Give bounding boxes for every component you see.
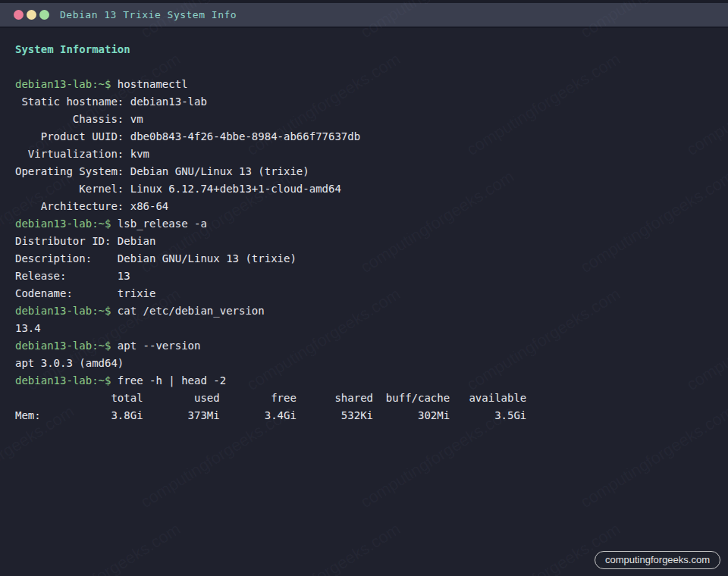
shell-prompt: debian13-lab:~$ (15, 340, 111, 352)
shell-command: cat /etc/debian_version (111, 305, 264, 317)
output-line: Product UUID: dbe0b843-4f26-4bbe-8984-ab… (15, 128, 713, 146)
command-line: debian13-lab:~$ free -h | head -2 (15, 372, 713, 390)
terminal-output: System Information debian13-lab:~$ hostn… (15, 41, 713, 424)
shell-command: apt --version (111, 340, 200, 352)
output-line: apt 3.0.3 (amd64) (15, 355, 713, 372)
blank-line (15, 58, 713, 76)
shell-command: free -h | head -2 (111, 374, 226, 387)
command-line: debian13-lab:~$ apt --version (15, 337, 713, 355)
shell-prompt: debian13-lab:~$ (15, 218, 111, 230)
command-line: debian13-lab:~$ hostnamectl (15, 76, 713, 93)
maximize-button[interactable] (39, 10, 49, 20)
command-line: debian13-lab:~$ lsb_release -a (15, 215, 713, 233)
shell-prompt: debian13-lab:~$ (15, 78, 111, 90)
terminal-window: Debian 13 Trixie System Info System Info… (0, 0, 728, 576)
shell-command: lsb_release -a (111, 218, 206, 230)
output-line: Distributor ID: Debian (15, 233, 713, 250)
output-line: Description: Debian GNU/Linux 13 (trixie… (15, 250, 713, 268)
window-controls (14, 10, 52, 20)
output-line: Virtualization: kvm (15, 146, 713, 163)
shell-prompt: debian13-lab:~$ (15, 305, 111, 317)
titlebar[interactable]: Debian 13 Trixie System Info (0, 0, 728, 28)
command-line: debian13-lab:~$ cat /etc/debian_version (15, 302, 713, 320)
close-button[interactable] (14, 10, 24, 20)
output-line: Chassis: vm (15, 111, 713, 128)
terminal-body[interactable]: System Information debian13-lab:~$ hostn… (0, 28, 728, 576)
output-line: Static hostname: debian13-lab (15, 93, 713, 111)
minimize-button[interactable] (27, 10, 36, 20)
output-line: Operating System: Debian GNU/Linux 13 (t… (15, 163, 713, 180)
shell-command: hostnamectl (111, 78, 187, 90)
output-line: Architecture: x86-64 (15, 198, 713, 215)
site-badge: computingforgeeks.com (595, 551, 720, 569)
output-line: total used free shared buff/cache availa… (15, 390, 713, 407)
window-title: Debian 13 Trixie System Info (60, 9, 237, 20)
shell-prompt: debian13-lab:~$ (15, 374, 111, 387)
output-line: Codename: trixie (15, 285, 713, 302)
output-line: Mem: 3.8Gi 373Mi 3.4Gi 532Ki 302Mi 3.5Gi (15, 407, 713, 424)
output-line: 13.4 (15, 320, 713, 337)
section-heading: System Information (15, 41, 713, 58)
output-line: Kernel: Linux 6.12.74+deb13+1-cloud-amd6… (15, 180, 713, 198)
output-line: Release: 13 (15, 268, 713, 285)
